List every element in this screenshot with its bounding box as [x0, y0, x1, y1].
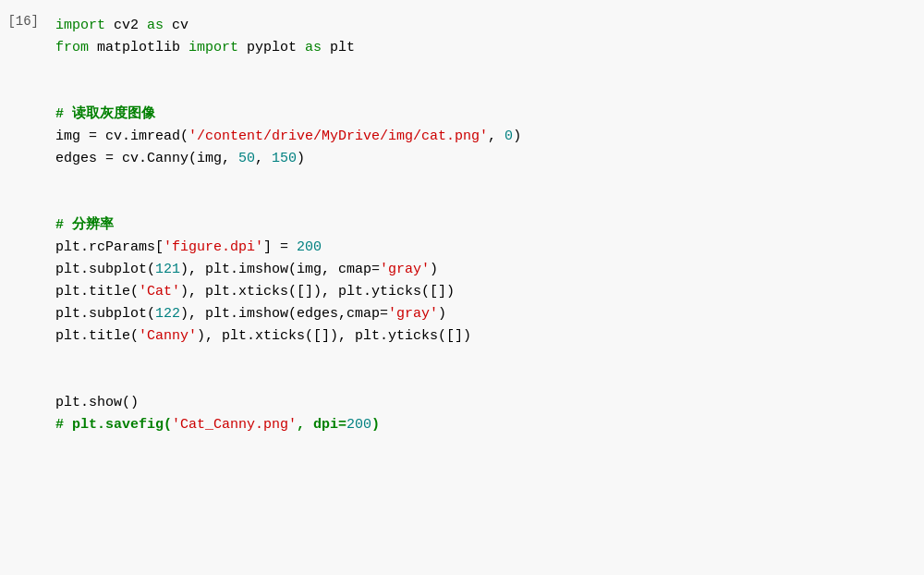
- comment-text: # 读取灰度图像: [55, 106, 155, 122]
- blank-line: [55, 348, 915, 370]
- string-dpi: 'figure.dpi': [164, 239, 263, 255]
- code-line-13: # plt.savefig('Cat_Canny.png', dpi=200): [55, 414, 915, 436]
- string-gray2: 'gray': [388, 306, 438, 322]
- plain-text: plt.subplot(: [55, 262, 155, 277]
- plain-text: img = cv.imread(: [55, 128, 188, 144]
- plain-text: ): [513, 128, 521, 144]
- code-cell: [16] import cv2 as cv from matplotlib im…: [0, 0, 924, 451]
- code-line-11: plt.title('Canny'), plt.xticks([]), plt.…: [55, 325, 915, 348]
- blank-line: [55, 81, 915, 104]
- plain-text: plt: [322, 40, 355, 55]
- blank-line: [55, 192, 915, 214]
- plain-text: cv2: [105, 18, 147, 33]
- comment-dpi-param: , dpi=: [297, 417, 346, 433]
- plain-text: plt.rcParams[: [55, 239, 164, 255]
- plain-text: pyplot: [238, 40, 305, 55]
- number-50: 50: [238, 151, 255, 166]
- keyword-as2: as: [305, 40, 322, 55]
- keyword-import2: import: [188, 40, 238, 55]
- comment-savefig: # plt.savefig(: [55, 417, 172, 433]
- code-line-8: plt.subplot(121), plt.imshow(img, cmap='…: [55, 259, 915, 281]
- plain-text: ] =: [263, 239, 297, 255]
- plain-text: plt.title(: [55, 284, 139, 300]
- number-150: 150: [272, 151, 297, 166]
- plain-text: ): [438, 306, 446, 322]
- plain-text: cv: [164, 18, 188, 33]
- code-line-2: from matplotlib import pyplot as plt: [55, 37, 915, 59]
- keyword-as: as: [147, 18, 164, 33]
- string-canny: 'Canny': [139, 328, 197, 344]
- plain-text: edges = cv.Canny(img,: [55, 151, 238, 166]
- comment-resolution: # 分辨率: [55, 217, 114, 233]
- plain-text: ), plt.imshow(img, cmap=: [180, 262, 380, 277]
- number-121: 121: [155, 262, 180, 277]
- plain-text: ): [430, 262, 438, 277]
- plain-text: plt.title(: [55, 328, 139, 344]
- plain-text: ), plt.xticks([]), plt.yticks([]): [197, 328, 471, 344]
- keyword-import: import: [55, 18, 105, 33]
- plain-text: ,: [488, 128, 505, 144]
- code-line-1: import cv2 as cv: [55, 15, 915, 37]
- plain-text: matplotlib: [89, 40, 188, 55]
- string-savefig: 'Cat_Canny.png': [172, 417, 297, 433]
- blank-line: [55, 59, 915, 81]
- plain-text: ), plt.xticks([]), plt.yticks([]): [180, 284, 455, 300]
- number-122: 122: [155, 306, 180, 322]
- number-0: 0: [505, 128, 513, 144]
- plain-text: ,: [255, 151, 272, 166]
- code-line-9: plt.title('Cat'), plt.xticks([]), plt.yt…: [55, 281, 915, 303]
- blank-line: [55, 170, 915, 192]
- code-line-10: plt.subplot(122), plt.imshow(edges,cmap=…: [55, 303, 915, 325]
- plain-text: ), plt.imshow(edges,cmap=: [180, 306, 388, 322]
- plain-text: plt.subplot(: [55, 306, 155, 322]
- number-dpi-200: 200: [346, 417, 371, 433]
- code-line-4: img = cv.imread('/content/drive/MyDrive/…: [55, 126, 915, 148]
- string-cat: 'Cat': [139, 284, 180, 300]
- code-line-5: edges = cv.Canny(img, 50, 150): [55, 148, 915, 170]
- string-gray1: 'gray': [380, 262, 430, 277]
- blank-line: [55, 370, 915, 392]
- plain-text: ): [297, 151, 305, 166]
- code-content: import cv2 as cv from matplotlib import …: [46, 9, 924, 442]
- code-line-3: # 读取灰度图像: [55, 104, 915, 126]
- string-path: '/content/drive/MyDrive/img/cat.png': [188, 128, 488, 144]
- code-line-12: plt.show(): [55, 392, 915, 414]
- code-line-7: plt.rcParams['figure.dpi'] = 200: [55, 237, 915, 259]
- comment-close-paren: ): [371, 417, 380, 433]
- number-200: 200: [297, 239, 322, 255]
- cell-number: [16]: [0, 9, 46, 442]
- keyword-from: from: [55, 40, 89, 55]
- code-line-6: # 分辨率: [55, 214, 915, 237]
- plain-text: plt.show(): [55, 395, 139, 410]
